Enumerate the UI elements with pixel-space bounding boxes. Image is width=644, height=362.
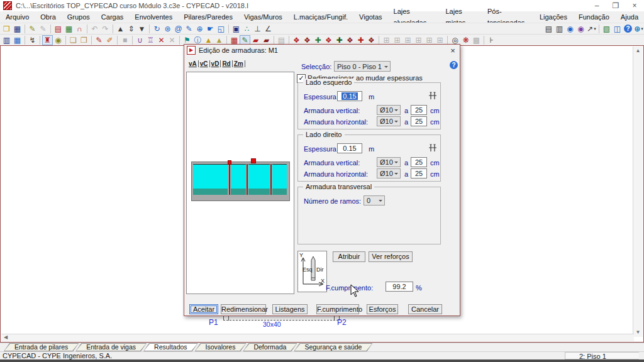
cancelar-button[interactable]: Cancelar — [408, 304, 442, 314]
restore-button[interactable]: ❐ — [606, 1, 625, 11]
open-icon[interactable]: ❒ — [1, 24, 12, 34]
ortho-mode-icon[interactable]: ⊥ — [252, 24, 263, 34]
reports-icon[interactable]: ▧ — [601, 24, 612, 34]
box-closed-icon[interactable]: ❐ — [79, 35, 89, 45]
numero-ramos-select[interactable]: 0 — [364, 195, 385, 206]
menu-vigotas[interactable]: Vigotas — [353, 11, 388, 23]
piso-select[interactable]: Piso 0 - Piso 1 — [334, 61, 391, 72]
vertical-scrollbar[interactable]: ▲ ▼ — [633, 47, 643, 337]
drawing-export-icon[interactable]: ▣ — [231, 24, 242, 34]
minimize-button[interactable]: – — [587, 1, 606, 11]
dxf-layers-icon[interactable]: ▦ — [64, 24, 74, 34]
wall-preview[interactable] — [186, 72, 294, 294]
menu-envolventes[interactable]: Envolventes — [129, 11, 178, 23]
wall-reinforcement-icon[interactable]: ♜ — [42, 35, 53, 45]
menu-ligacoes[interactable]: Ligações — [534, 11, 573, 23]
tab-entrada-de-vigas[interactable]: Entrada de vigas — [75, 343, 147, 351]
orbit-view-icon[interactable]: ⊛ — [162, 24, 173, 34]
full-window-icon[interactable]: ◱ — [216, 24, 226, 34]
previous-group-icon[interactable]: ▲ — [115, 24, 126, 34]
magnet-snap-icon[interactable]: ∩ — [74, 24, 85, 34]
esforcos-button[interactable]: Esforços — [367, 304, 398, 314]
scroll-up-icon[interactable]: ▲ — [633, 47, 643, 55]
pan-icon[interactable]: ☛ — [205, 24, 216, 34]
help-icon[interactable]: ? — [624, 25, 632, 33]
menu-cargas[interactable]: Cargas — [96, 11, 129, 23]
export-share-icon[interactable]: ↗▾ — [586, 24, 597, 34]
spacing-horizontal-input-direito[interactable]: 25 — [411, 168, 427, 178]
detail-icon[interactable]: ❋ — [460, 35, 471, 45]
zoom-window-icon[interactable]: ⊕ — [194, 24, 205, 34]
view-vd-button[interactable]: vD — [210, 60, 221, 67]
spacing-vertical-input-esquerdo[interactable]: 25 — [411, 105, 427, 115]
view-vc-button[interactable]: vC — [199, 60, 210, 67]
rebar-detail-icon[interactable] — [428, 91, 437, 101]
tab-entrada-de-pilares[interactable]: Entrada de pilares — [4, 343, 79, 351]
end-axis-icon[interactable]: ⊦ — [486, 35, 497, 45]
section-line-icon[interactable]: ↯ — [27, 35, 38, 45]
dialog-title-bar[interactable]: ▶ Edição de armaduras: M1 × — [184, 45, 460, 56]
redraw-icon[interactable]: ✎ — [184, 24, 194, 34]
espessura-input-esquerdo[interactable]: 0.15 — [337, 91, 362, 101]
menu-ajuda[interactable]: Ajuda — [615, 11, 644, 23]
cype-link-icon[interactable]: ◉ — [565, 24, 575, 34]
atribuir-button[interactable]: Atribuir — [333, 251, 365, 262]
delete-tool-icon[interactable]: ✕ — [156, 35, 167, 45]
scroll-left-icon[interactable]: ◀ — [1, 334, 10, 341]
diametro-vertical-select-direito[interactable]: Ø10 — [377, 157, 401, 167]
rotate-view-icon[interactable]: ↻ — [152, 24, 162, 34]
window-layout-icon[interactable]: ◫ — [612, 24, 623, 34]
print-icon[interactable]: ▤ — [543, 24, 554, 34]
scroll-down-icon[interactable]: ▼ — [633, 328, 643, 337]
diametro-vertical-select-esquerdo[interactable]: Ø10 — [377, 105, 401, 115]
tab-seguranca-e-saude[interactable]: Segurança e saúde — [294, 343, 372, 351]
drip-icon[interactable]: ◉ — [53, 35, 64, 45]
view-va-button[interactable]: vA — [187, 60, 199, 67]
menu-pilares-paredes[interactable]: Pilares/Paredes — [178, 11, 238, 23]
menu-vigas-muros[interactable]: Vigas/Muros — [238, 11, 288, 23]
menu-lmacicas-fungif[interactable]: L.maciças/Fungif. — [288, 11, 353, 23]
web-globe-icon[interactable]: ⊕▾ — [633, 24, 644, 34]
tab-isovalores[interactable]: Isovalores — [195, 343, 247, 351]
box-open-icon[interactable]: ❏ — [68, 35, 79, 45]
rebar-detail-icon[interactable] — [428, 143, 437, 153]
menu-fundacao[interactable]: Fundação — [573, 11, 615, 23]
beam-data-icon[interactable]: ▥ — [1, 35, 12, 45]
diametro-horizontal-select-esquerdo[interactable]: Ø10 — [377, 116, 401, 126]
aceitar-button[interactable]: Aceitar — [189, 304, 218, 314]
arc-tool-icon[interactable]: ∪ — [135, 35, 145, 45]
fcumprimento-button[interactable]: F.cumprimento — [316, 304, 359, 314]
ver-reforcos-button[interactable]: Ver reforços — [369, 251, 413, 262]
group-range-icon[interactable]: ⇕ — [126, 24, 136, 34]
dialog-help-icon[interactable]: ? — [450, 61, 458, 69]
edit-resources-icon[interactable]: ✎ — [27, 24, 38, 34]
spacing-horizontal-input-esquerdo[interactable]: 25 — [411, 116, 427, 126]
tab-resultados[interactable]: Resultados — [143, 343, 198, 351]
save-icon[interactable]: ▦ — [12, 24, 23, 34]
view-rd-button[interactable]: Rd — [221, 60, 232, 67]
crown-tool-icon[interactable]: ♖ — [145, 35, 156, 45]
repair2-icon[interactable]: ✐ — [104, 35, 115, 45]
espessura-input-direito[interactable]: 0.15 — [337, 143, 362, 153]
listagens-button[interactable]: Listagens — [272, 304, 308, 314]
next-group-icon[interactable]: ▼ — [136, 24, 147, 34]
redimensionar-button[interactable]: Redimensionar — [221, 304, 266, 314]
menu-grupos[interactable]: Grupos — [62, 11, 96, 23]
snap-points-icon[interactable]: ∴ — [242, 24, 252, 34]
beam-table-icon[interactable]: ▦ — [12, 35, 23, 45]
close-button[interactable]: × — [625, 1, 644, 11]
view-zm-button[interactable]: Zm — [233, 60, 245, 67]
print-preview-icon[interactable]: ▥ — [554, 24, 565, 34]
horizontal-scrollbar[interactable]: ◀ — [1, 334, 634, 341]
dxf-templates-icon[interactable]: ▤ — [53, 24, 64, 34]
angle-guide-icon[interactable]: ∠ — [263, 24, 274, 34]
zoom-previous-icon[interactable]: @ — [173, 24, 184, 34]
menu-obra[interactable]: Obra — [35, 11, 61, 23]
diametro-horizontal-select-direito[interactable]: Ø10 — [377, 168, 401, 178]
menu-arquivo[interactable]: Arquivo — [0, 11, 35, 23]
spacing-vertical-input-direito[interactable]: 25 — [411, 157, 427, 167]
tab-deformada[interactable]: Deformada — [243, 343, 297, 351]
repair-icon[interactable]: ✎ — [94, 35, 104, 45]
cype-link2-icon[interactable]: ◉ — [575, 24, 586, 34]
fcumprimento-input[interactable]: 99.2 — [386, 282, 413, 292]
